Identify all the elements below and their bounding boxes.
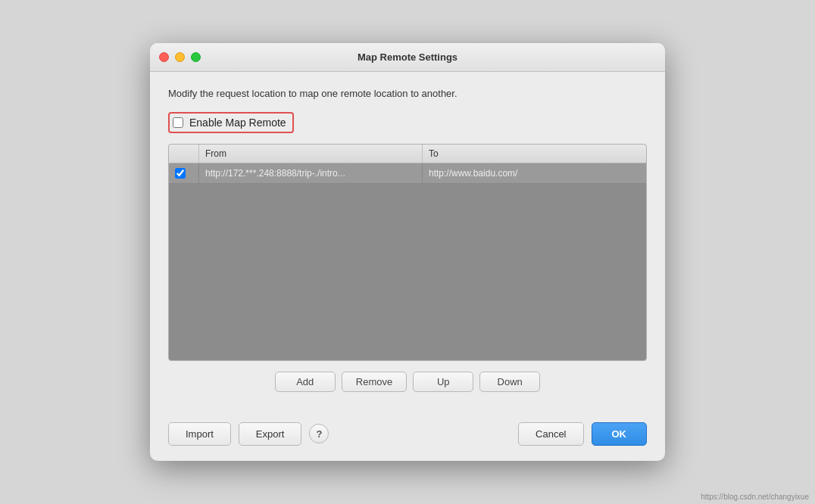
enable-row: Enable Map Remote: [168, 112, 647, 133]
row-from-cell: http://172.***.248:8888/trip-./intro...: [199, 163, 423, 183]
dialog-window: Map Remote Settings Modify the request l…: [150, 43, 665, 460]
add-button[interactable]: Add: [275, 372, 336, 392]
mapping-table: From To http://172.***.248:8888/trip-./i…: [168, 144, 647, 361]
up-button[interactable]: Up: [413, 372, 473, 392]
cancel-button[interactable]: Cancel: [518, 422, 583, 446]
window-title: Map Remote Settings: [358, 51, 457, 63]
window-controls: [159, 52, 201, 62]
down-button[interactable]: Down: [479, 372, 540, 392]
ok-button[interactable]: OK: [592, 422, 648, 446]
export-button[interactable]: Export: [239, 422, 302, 446]
enable-map-remote-checkbox[interactable]: [173, 117, 183, 128]
row-to-cell: http://www.baidu.com/: [423, 163, 646, 183]
footer: Import Export ? Cancel OK: [150, 422, 665, 461]
table-empty-area: [169, 184, 646, 335]
watermark: https://blog.csdn.net/changyixue: [701, 493, 809, 501]
col-header-to: To: [423, 145, 646, 163]
footer-right: Cancel OK: [518, 422, 647, 446]
col-header-check: [169, 145, 199, 163]
enable-map-remote-label: Enable Map Remote: [189, 117, 286, 129]
maximize-button[interactable]: [191, 52, 201, 62]
close-button[interactable]: [159, 52, 169, 62]
row-check-cell: [169, 163, 199, 183]
row-action-buttons: Add Remove Up Down: [168, 372, 647, 392]
main-content: Modify the request location to map one r…: [150, 72, 665, 422]
remove-button[interactable]: Remove: [342, 372, 407, 392]
row-checkbox[interactable]: [175, 168, 186, 179]
minimize-button[interactable]: [175, 52, 185, 62]
footer-left: Import Export ?: [168, 422, 329, 446]
table-header: From To: [169, 145, 646, 163]
titlebar: Map Remote Settings: [150, 43, 665, 72]
table-row[interactable]: http://172.***.248:8888/trip-./intro... …: [169, 163, 646, 184]
col-header-from: From: [199, 145, 423, 163]
description-text: Modify the request location to map one r…: [168, 87, 647, 101]
help-button[interactable]: ?: [309, 424, 329, 443]
enable-checkbox-group[interactable]: Enable Map Remote: [168, 112, 294, 133]
import-button[interactable]: Import: [168, 422, 231, 446]
table-body: http://172.***.248:8888/trip-./intro... …: [169, 163, 646, 360]
